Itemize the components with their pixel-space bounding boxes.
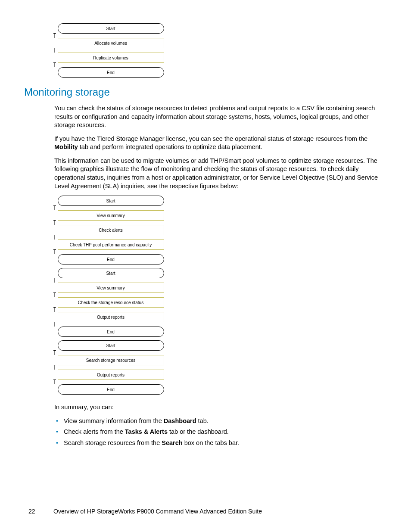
paragraph-3: This information can be used to migrate … [54, 157, 382, 190]
flow3-step-status: Check the storage resource status [58, 297, 164, 308]
text: tab and perform integrated operations to… [78, 143, 262, 150]
text: box on the tabs bar. [183, 439, 239, 446]
flowchart-1: Start Allocate volumes Replicate volumes… [54, 23, 167, 78]
text: View summary information from the [64, 417, 164, 424]
bold-mobility: Mobility [54, 143, 78, 150]
flow4-step-output: Output reports [58, 370, 164, 380]
text: If you have the Tiered Storage Manager l… [54, 135, 367, 142]
paragraph-2: If you have the Tiered Storage Manager l… [54, 135, 382, 152]
connector [54, 48, 55, 53]
flow2-step-alerts: Check alerts [58, 225, 164, 235]
connector [54, 221, 55, 225]
connector [54, 380, 55, 384]
flow3-step-end: End [58, 327, 164, 337]
connector [54, 235, 55, 240]
connector [54, 308, 55, 312]
connector [54, 34, 55, 38]
flow3-step-start: Start [58, 268, 164, 278]
flow2-step-start: Start [58, 196, 164, 206]
text: Search storage resources from the [64, 439, 162, 446]
text: tab or the dashboard. [168, 428, 229, 435]
connector [54, 322, 55, 327]
flow2-step-view: View summary [58, 210, 164, 221]
connector [54, 250, 55, 254]
flow2-step-end: End [58, 254, 164, 264]
flow4-step-end: End [58, 384, 164, 395]
text: Check alerts from the [64, 428, 125, 435]
connector [54, 206, 55, 210]
connector [54, 293, 55, 297]
flow1-step-start: Start [58, 23, 164, 34]
page-number: 22 [28, 508, 35, 515]
summary-list: View summary information from the Dashbo… [54, 417, 382, 448]
paragraph-1: You can check the status of storage reso… [54, 104, 382, 130]
connector [54, 365, 55, 370]
flowchart-2: Start View summary Check alerts Check TH… [54, 196, 167, 264]
section-heading: Monitoring storage [24, 86, 382, 98]
flowchart-4: Start Search storage resources Output re… [54, 340, 167, 395]
flow3-step-output: Output reports [58, 312, 164, 322]
page-footer: 22 Overview of HP StorageWorks P9000 Com… [53, 508, 262, 515]
flowchart-3: Start View summary Check the storage res… [54, 268, 167, 337]
list-item: Search storage resources from the Search… [64, 439, 382, 448]
text: tab. [196, 417, 209, 424]
footer-title: Overview of HP StorageWorks P9000 Comman… [53, 508, 262, 515]
connector [54, 351, 55, 355]
summary-section: In summary, you can: View summary inform… [54, 403, 382, 447]
flow3-step-view: View summary [58, 283, 164, 293]
flow4-step-start: Start [58, 340, 164, 351]
bold-dashboard: Dashboard [164, 417, 196, 424]
list-item: Check alerts from the Tasks & Alerts tab… [64, 428, 382, 436]
bold-search: Search [162, 439, 182, 446]
bold-tasks-alerts: Tasks & Alerts [125, 428, 168, 435]
flow1-step-replicate: Replicate volumes [58, 53, 164, 63]
list-item: View summary information from the Dashbo… [64, 417, 382, 426]
summary-intro: In summary, you can: [54, 403, 382, 412]
page: Start Allocate volumes Replicate volumes… [0, 0, 411, 532]
flow4-step-search: Search storage resources [58, 355, 164, 365]
connector [54, 278, 55, 283]
flow1-step-end: End [58, 67, 164, 78]
connector [54, 63, 55, 67]
flow1-step-allocate: Allocate volumes [58, 38, 164, 48]
body-text: You can check the status of storage reso… [54, 104, 382, 190]
flow2-step-thp: Check THP pool performance and capacity [58, 240, 164, 250]
